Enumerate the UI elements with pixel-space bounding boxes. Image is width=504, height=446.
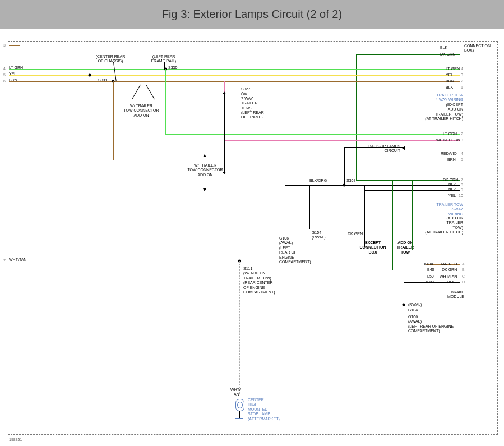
label-chmsl: CENTER HIGH MOUNTED STOP LAMP (AFTERMARK… — [248, 398, 280, 421]
label-dkgrn-mid: DK GRN — [348, 232, 363, 236]
wire-ltgrn-4 — [9, 69, 460, 70]
wire-g106-v — [285, 185, 285, 235]
label-s330: S330 — [168, 66, 177, 70]
wire-chmsl-gnd — [239, 411, 240, 418]
pin-bm-d: D — [462, 280, 465, 284]
wire-brn-h2 — [113, 160, 460, 160]
label-trailer-7way: TRAILER TOW 7-WAY WIRING — [432, 203, 463, 217]
wire-yel-h2 — [90, 196, 460, 196]
label-backup: BACK-UP LAMPS CIRCUIT — [359, 144, 400, 154]
page-title: Fig 3: Exterior Lamps Circuit (2 of 2) — [162, 8, 342, 20]
arrow-s327-range — [224, 94, 225, 172]
wire-ltgrn-h2 — [165, 134, 460, 135]
wire-yel-5 — [9, 75, 460, 76]
label-blk-4w: BLK — [446, 85, 453, 90]
wire-label-ltgrn-left: LT GRN — [9, 66, 23, 70]
pin-7w-9: 9 — [461, 188, 463, 192]
pin-b3-4: 4 — [461, 151, 463, 155]
label-a400: A400 — [424, 262, 433, 266]
pin-4w-4: 4 — [461, 67, 463, 71]
pin-b3-5: 5 — [461, 158, 463, 162]
pin-bm-c: C — [462, 274, 465, 278]
label-trailer-4way-sub: (EXCEPT ADD ON TRAILER TOW) (AT TRAILER … — [424, 103, 463, 122]
wire-yel-v — [90, 75, 90, 196]
wire-blk-4way1-v — [320, 71, 320, 88]
pin-4w-2: 2 — [461, 79, 463, 83]
wire-dkgrn-brake — [392, 180, 393, 270]
label-s331: S331 — [98, 78, 107, 82]
label-g104b: G104 — [408, 308, 418, 312]
label-s111: S111 (W/ ADD ON TRAILER TOW) (REAR CENTE… — [243, 266, 275, 295]
label-blk-d: BLK — [447, 280, 455, 284]
label-g106b: G106 (AWAL) (LEFT REAR OF ENGINE COMPART… — [408, 315, 454, 334]
wire-dkgrn-brake2 — [412, 180, 413, 250]
label-trailer-4way: TRAILER TOW 4-WAY WIRING — [432, 93, 463, 103]
wire-backup-stub — [344, 147, 404, 148]
wire-g106-h — [285, 185, 344, 186]
label-center-rear: (CENTER REAR OF CHASSIS) — [91, 54, 130, 64]
pin-4w-3: 3 — [461, 73, 463, 77]
label-towaddon1: W/ TRAILER TOW CONNECTOR ADD ON — [120, 104, 163, 118]
label-whtltgrn-b3: WHT/LT GRN — [436, 138, 460, 142]
label-brn-b3: BRN — [447, 158, 456, 162]
wire-brn-top — [9, 45, 20, 46]
arrow-tow2 — [205, 157, 205, 189]
wire-pink — [224, 140, 460, 141]
label-connection-box: CONNECTION BOX) — [464, 44, 491, 53]
wire-blk-top — [320, 48, 460, 48]
wiring-diagram: 3 4 5 6 7 LT GRN YEL BRN WHT/TAN S330 S3… — [0, 29, 504, 444]
wire-ltgrn-v — [165, 69, 166, 134]
label-blk-8: BLK — [448, 183, 456, 187]
pin-bm-a: A — [462, 262, 465, 266]
label-blk-9: BLK — [448, 188, 456, 192]
label-s327: S327 (W/ 7-WAY TRAILER TOW) (LEFT REAR O… — [241, 87, 264, 120]
wire-brn-6 — [9, 81, 460, 82]
label-brn-4w: BRN — [446, 79, 454, 84]
pin-b3-2: 2 — [461, 132, 463, 136]
chmsl-ground-bar — [235, 418, 243, 419]
pin-b3-3: 3 — [461, 138, 463, 142]
page-header: Fig 3: Exterior Lamps Circuit (2 of 2) — [0, 0, 504, 29]
arrow-left-rear — [164, 62, 165, 70]
label-dkgrn-7w: DK GRN — [443, 178, 458, 182]
pin-7: 7 — [3, 259, 6, 263]
label-left-rear-rail: (LEFT REAR FRAME RAIL) — [147, 54, 181, 64]
ground-dot — [403, 304, 405, 306]
doc-number: 198851 — [9, 438, 22, 442]
chmsl-lamp-icon — [235, 399, 244, 411]
label-dkgrn-r1: DK GRN — [440, 52, 455, 57]
label-addon-tow: ADD ON TRAILER TOW — [392, 241, 418, 255]
wire-dkgrn-v1 — [356, 54, 357, 180]
wire-label-brn-left: BRN — [9, 78, 17, 82]
pin-5: 5 — [3, 73, 6, 77]
wire-brn-v — [113, 81, 114, 160]
label-blkorg: BLK/ORG — [309, 178, 327, 183]
wire-whttan-7 — [9, 261, 460, 262]
label-dkgrn-b: DK GRN — [442, 268, 457, 272]
label-l50: L50 — [427, 274, 434, 279]
label-brake-module: BRAKE MODULE — [442, 290, 464, 300]
wire-label-yel-left: YEL — [9, 72, 16, 76]
wire-blk-9v — [364, 185, 365, 247]
label-redvio-b3: RED/VIO — [441, 151, 457, 156]
label-s308: S308 — [346, 178, 355, 183]
wire-g104-v — [309, 185, 310, 229]
label-yel-10: YEL — [448, 194, 456, 198]
label-blk-r1: BLK — [440, 45, 447, 50]
label-g104: G104 (RWAL) — [312, 231, 326, 240]
label-z998: Z998 — [425, 280, 434, 284]
pin-7w-10: 10 — [459, 194, 463, 197]
label-trailer-7way-sub: (ADD ON TRAILER TOW) (AT TRAILER HITCH) — [424, 216, 463, 235]
pin-6: 6 — [3, 79, 6, 83]
wire-whttan-v — [239, 261, 240, 394]
label-ltgrn-4w: LT GRN — [446, 67, 460, 71]
wire-blk-d-v — [404, 282, 404, 305]
wire-blk-s308v — [344, 147, 345, 186]
pin-bm-b: B — [462, 268, 465, 272]
label-towaddon2: W/ TRAILER TOW CONNECTOR ADD ON — [184, 163, 226, 177]
wire-whttan-c — [404, 277, 426, 277]
label-b40: B40 — [427, 268, 434, 272]
label-except-box: EXCEPT CONNECTION BOX — [357, 241, 389, 255]
dot-yel — [89, 74, 91, 77]
label-rwal-b: (RWAL) — [408, 302, 422, 307]
